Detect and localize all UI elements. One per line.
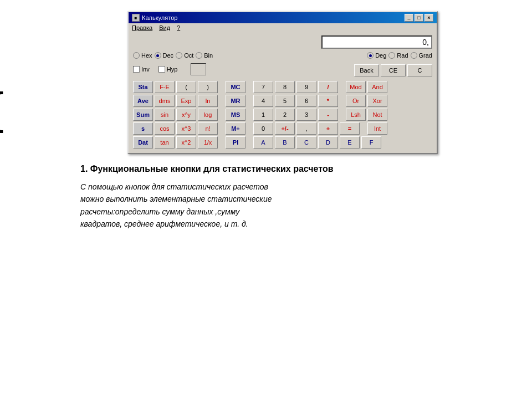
btn-int[interactable]: Int: [367, 122, 387, 135]
btn-e[interactable]: E: [340, 136, 360, 149]
back-button[interactable]: Back: [354, 64, 379, 76]
btn-8[interactable]: 8: [275, 81, 295, 93]
btn-sin[interactable]: sin: [155, 109, 175, 121]
radio-row-2: Deg Rad Grad: [367, 52, 432, 59]
title-controls: _ □ ×: [405, 14, 433, 22]
btn-ave[interactable]: Ave: [133, 95, 153, 107]
radio-oct-circle: [176, 52, 182, 59]
checkbox-hyp[interactable]: Hyp: [158, 66, 178, 73]
btn-comma[interactable]: ,: [296, 122, 316, 135]
calc-row-2: Ave dms Exp ln MR 4 5 6 * Or Xor: [133, 95, 432, 107]
maximize-button[interactable]: □: [415, 14, 423, 22]
calc-row-4: s cos x^3 n! M+ 0 +/- , + = Int: [133, 122, 432, 135]
btn-close-paren[interactable]: ): [198, 81, 218, 93]
bottom-content: 1. Функциональные кнопки для статистичес…: [80, 164, 468, 231]
ce-button[interactable]: CE: [381, 64, 406, 76]
btn-d[interactable]: D: [318, 136, 338, 149]
btn-c[interactable]: C: [296, 136, 316, 149]
btn-open-paren[interactable]: (: [176, 81, 196, 93]
annotation-number: 1 {: [0, 78, 4, 131]
btn-exp[interactable]: Exp: [176, 95, 196, 107]
checkbox-hyp-label: Hyp: [167, 66, 178, 73]
checkbox-inv-label: Inv: [141, 66, 150, 73]
btn-nfact[interactable]: n!: [198, 122, 218, 135]
btn-f[interactable]: F: [361, 136, 381, 149]
btn-7[interactable]: 7: [253, 81, 273, 93]
btn-1[interactable]: 1: [253, 109, 273, 121]
btn-2[interactable]: 2: [275, 109, 295, 121]
close-button[interactable]: ×: [424, 14, 433, 22]
btn-and[interactable]: And: [367, 81, 387, 93]
btn-sign[interactable]: +/-: [275, 122, 295, 135]
btn-cos[interactable]: cos: [155, 122, 175, 135]
btn-fe[interactable]: F-E: [155, 81, 175, 93]
radio-dec[interactable]: Dec: [155, 52, 174, 59]
btn-a[interactable]: A: [253, 136, 273, 149]
calc-row-3: Sum sin x^y log MS 1 2 3 - Lsh Not: [133, 109, 432, 121]
radio-grad-circle: [411, 52, 417, 59]
btn-mc[interactable]: MC: [226, 81, 245, 93]
btn-mplus[interactable]: M+: [226, 122, 245, 135]
btn-9[interactable]: 9: [296, 81, 316, 93]
btn-minus[interactable]: -: [318, 109, 338, 121]
btn-lsh[interactable]: Lsh: [346, 109, 366, 121]
btn-dat[interactable]: Dat: [133, 136, 153, 149]
c-button[interactable]: C: [407, 64, 432, 76]
btn-x3[interactable]: x^3: [176, 122, 196, 135]
btn-3[interactable]: 3: [296, 109, 316, 121]
minimize-button[interactable]: _: [405, 14, 413, 22]
radio-oct[interactable]: Oct: [176, 52, 193, 59]
btn-inv[interactable]: 1/x: [198, 136, 218, 149]
checkbox-row: Inv Hyp: [133, 63, 206, 75]
title-bar: ■ Калькулятор _ □ ×: [129, 12, 437, 23]
btn-xy[interactable]: x^y: [176, 109, 196, 121]
btn-tan[interactable]: tan: [155, 136, 175, 149]
outer-layout: 1 { ■ Калькулятор _ □ × Правка Вид: [17, 11, 515, 154]
btn-ln[interactable]: ln: [198, 95, 218, 107]
radio-rad[interactable]: Rad: [388, 52, 408, 59]
radio-dec-label: Dec: [163, 52, 174, 59]
btn-not[interactable]: Not: [367, 109, 387, 121]
btn-log[interactable]: log: [198, 109, 218, 121]
btn-xor[interactable]: Xor: [367, 95, 387, 107]
display-area: 0,: [133, 35, 432, 49]
checkbox-and-back-row: Inv Hyp Back CE C: [133, 63, 432, 78]
btn-mod[interactable]: Mod: [346, 81, 366, 93]
radio-deg[interactable]: Deg: [367, 52, 386, 59]
btn-divide[interactable]: /: [318, 81, 338, 93]
btn-4[interactable]: 4: [253, 95, 273, 107]
btn-mr[interactable]: MR: [226, 95, 245, 107]
btn-s[interactable]: s: [133, 122, 153, 135]
radio-grad[interactable]: Grad: [411, 52, 432, 59]
radio-row-1: Hex Dec Oct Bin: [133, 52, 213, 59]
radio-bin[interactable]: Bin: [196, 52, 213, 59]
btn-or[interactable]: Or: [346, 95, 366, 107]
app-icon: ■: [132, 14, 140, 22]
btn-b[interactable]: B: [275, 136, 295, 149]
menu-pravka[interactable]: Правка: [132, 24, 152, 31]
calc-row-5: Dat tan x^2 1/x PI A B C D E F: [133, 136, 432, 149]
btn-multiply[interactable]: *: [318, 95, 338, 107]
checkbox-hyp-box: [158, 66, 165, 73]
btn-pi[interactable]: PI: [226, 136, 245, 149]
menu-vid[interactable]: Вид: [159, 24, 170, 31]
btn-6[interactable]: 6: [296, 95, 316, 107]
btn-sum[interactable]: Sum: [133, 109, 153, 121]
btn-dms[interactable]: dms: [155, 95, 175, 107]
btn-sta[interactable]: Sta: [133, 81, 153, 93]
btn-equals[interactable]: =: [340, 122, 360, 135]
radio-rad-label: Rad: [397, 52, 408, 59]
checkbox-inv[interactable]: Inv: [133, 66, 150, 73]
radio-hex[interactable]: Hex: [133, 52, 152, 59]
btn-5[interactable]: 5: [275, 95, 295, 107]
btn-x2[interactable]: x^2: [176, 136, 196, 149]
radio-hex-circle: [133, 52, 140, 59]
calc-row-1: Sta F-E ( ) MC 7 8 9 / Mod And: [133, 81, 432, 93]
btn-plus[interactable]: +: [318, 122, 338, 135]
btn-ms[interactable]: MS: [226, 109, 245, 121]
radio-dec-circle: [155, 52, 161, 59]
menu-help[interactable]: ?: [177, 24, 180, 31]
btn-0[interactable]: 0: [253, 122, 273, 135]
radio-grad-label: Grad: [419, 52, 432, 59]
calc-grid: Sta F-E ( ) MC 7 8 9 / Mod And: [133, 81, 432, 149]
